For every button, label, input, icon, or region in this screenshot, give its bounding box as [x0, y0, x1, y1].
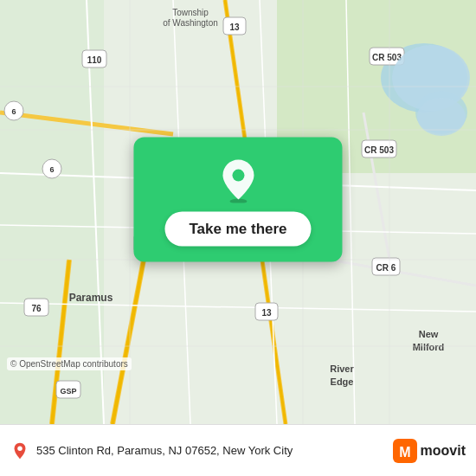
svg-text:of Washington: of Washington [163, 18, 218, 28]
osm-credit: © OpenStreetMap contributors [7, 357, 132, 370]
svg-text:GSP: GSP [60, 387, 76, 396]
svg-point-51 [417, 98, 466, 136]
svg-text:6: 6 [49, 165, 54, 174]
map-container: 110 6 6 13 13 NJ 17 CR 503 CR 503 CR 6 7… [0, 0, 476, 424]
svg-text:6: 6 [11, 107, 16, 116]
take-me-there-button[interactable]: Take me there [164, 212, 311, 247]
svg-text:Edge: Edge [331, 376, 354, 387]
svg-text:76: 76 [31, 304, 42, 313]
svg-text:River: River [330, 363, 354, 374]
svg-text:Paramus: Paramus [69, 292, 113, 304]
svg-text:CR 503: CR 503 [372, 53, 402, 62]
svg-text:Milford: Milford [413, 342, 445, 352]
bottom-bar: 535 Clinton Rd, Paramus, NJ 07652, New Y… [0, 424, 476, 476]
address-section: 535 Clinton Rd, Paramus, NJ 07652, New Y… [10, 441, 393, 460]
svg-text:New: New [419, 329, 439, 339]
svg-text:CR 6: CR 6 [376, 263, 396, 273]
location-pin-icon [219, 158, 257, 203]
moovit-icon: M [393, 439, 417, 463]
address-pin-icon [10, 441, 29, 460]
svg-text:13: 13 [229, 23, 240, 32]
button-overlay: Take me there [133, 138, 342, 262]
address-text: 535 Clinton Rd, Paramus, NJ 07652, New Y… [36, 444, 293, 457]
moovit-text: moovit [421, 443, 466, 459]
svg-point-61 [17, 446, 23, 451]
green-card[interactable]: Take me there [133, 138, 342, 262]
svg-text:13: 13 [261, 308, 272, 318]
svg-text:110: 110 [87, 55, 102, 65]
svg-text:M: M [399, 445, 410, 460]
moovit-logo: M moovit [393, 439, 466, 463]
svg-point-60 [232, 170, 244, 182]
svg-text:Township: Township [172, 8, 209, 17]
